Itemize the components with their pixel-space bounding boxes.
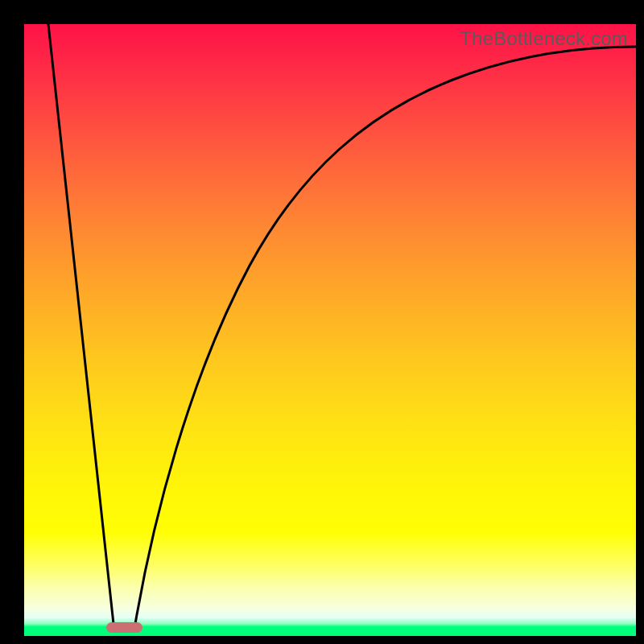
optimal-marker: [106, 622, 142, 633]
plot-area: TheBottleneck.com: [24, 24, 636, 636]
chart-frame: TheBottleneck.com: [0, 0, 644, 644]
bottleneck-curve: [24, 24, 636, 636]
curve-right-segment: [135, 47, 636, 624]
curve-left-segment: [48, 24, 114, 624]
